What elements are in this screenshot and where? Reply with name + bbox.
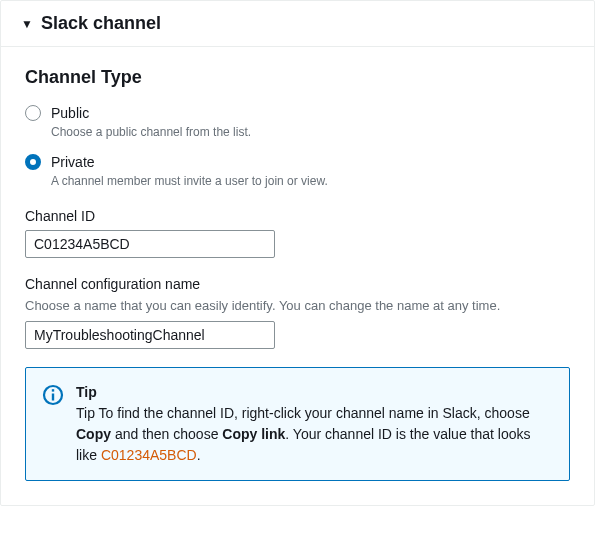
channel-type-heading: Channel Type [25,67,570,88]
config-name-input[interactable] [25,321,275,349]
config-name-label: Channel configuration name [25,276,570,292]
channel-id-field: Channel ID [25,208,570,258]
radio-public-desc: Choose a public channel from the list. [51,124,251,141]
radio-private-label: Private [51,153,328,171]
collapse-caret-icon: ▼ [21,17,33,31]
tip-content: Tip Tip To find the channel ID, right-cl… [76,382,553,466]
radio-public-text: Public Choose a public channel from the … [51,104,251,141]
tip-box: Tip Tip To find the channel ID, right-cl… [25,367,570,481]
radio-public-label: Public [51,104,251,122]
radio-private-text: Private A channel member must invite a u… [51,153,328,190]
channel-type-radio-group: Public Choose a public channel from the … [25,104,570,190]
radio-private-circle [25,154,41,170]
channel-id-input[interactable] [25,230,275,258]
radio-public[interactable]: Public Choose a public channel from the … [25,104,570,141]
svg-rect-2 [52,389,54,391]
panel-title: Slack channel [41,13,161,34]
config-name-helper: Choose a name that you can easily identi… [25,298,570,313]
tip-text: Tip To find the channel ID, right-click … [76,405,531,463]
channel-id-label: Channel ID [25,208,570,224]
tip-title: Tip [76,382,553,403]
info-icon [42,384,64,409]
radio-private[interactable]: Private A channel member must invite a u… [25,153,570,190]
panel-header[interactable]: ▼ Slack channel [1,1,594,47]
radio-public-circle [25,105,41,121]
svg-rect-1 [52,393,54,400]
panel-body: Channel Type Public Choose a public chan… [1,47,594,505]
config-name-field: Channel configuration name Choose a name… [25,276,570,349]
tip-example-id: C01234A5BCD [101,447,197,463]
radio-private-desc: A channel member must invite a user to j… [51,173,328,190]
slack-channel-panel: ▼ Slack channel Channel Type Public Choo… [0,0,595,506]
